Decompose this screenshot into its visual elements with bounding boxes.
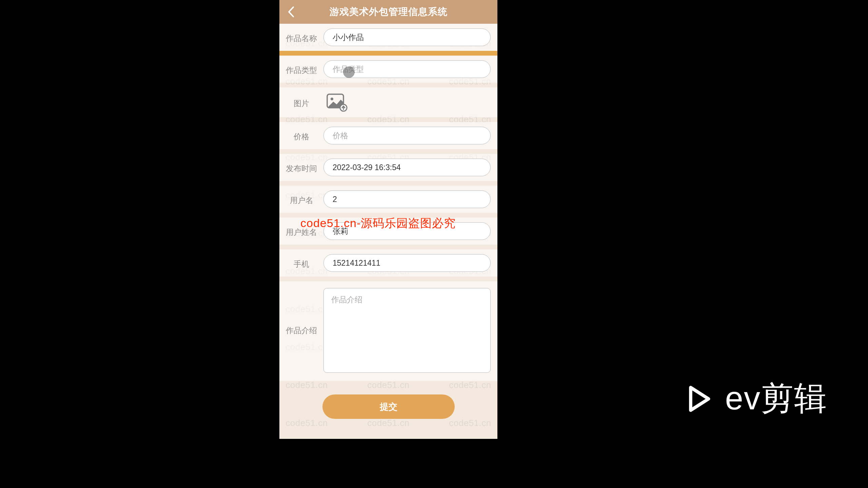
chevron-left-icon	[287, 6, 295, 18]
label-price: 价格	[279, 129, 323, 142]
textarea-intro[interactable]	[323, 288, 491, 373]
form: 作品名称 作品类型 图片	[279, 24, 497, 381]
label-phone: 手机	[279, 257, 323, 269]
row-type: 作品类型	[279, 56, 497, 83]
label-name: 作品名称	[279, 31, 323, 44]
app-header: 游戏美术外包管理信息系统	[279, 0, 497, 24]
submit-wrap: 提交	[279, 386, 497, 432]
label-realname: 用户姓名	[279, 225, 323, 238]
row-realname: 用户姓名	[279, 218, 497, 245]
row-phone: 手机	[279, 249, 497, 277]
svg-point-1	[331, 98, 333, 100]
row-name: 作品名称	[279, 24, 497, 51]
input-publish-time[interactable]	[323, 159, 491, 176]
input-realname[interactable]	[323, 222, 491, 240]
back-button[interactable]	[284, 5, 298, 19]
row-intro: 作品介绍	[279, 281, 497, 381]
ev-logo: ev剪辑	[683, 377, 827, 421]
input-type[interactable]	[323, 60, 491, 78]
input-username[interactable]	[323, 190, 491, 208]
label-publish-time: 发布时间	[279, 161, 323, 174]
page-title: 游戏美术外包管理信息系统	[330, 5, 448, 18]
ev-logo-text: ev剪辑	[725, 377, 827, 421]
row-publish-time: 发布时间	[279, 154, 497, 181]
label-username: 用户名	[279, 193, 323, 206]
label-image: 图片	[279, 96, 323, 109]
upload-image-button[interactable]	[325, 92, 349, 113]
row-image: 图片	[279, 87, 497, 117]
label-type: 作品类型	[279, 63, 323, 76]
submit-button[interactable]: 提交	[322, 394, 455, 419]
play-icon	[683, 383, 715, 415]
stage: code51.cncode51.cncode51.cncode51.cncode…	[0, 0, 868, 488]
phone-frame: code51.cncode51.cncode51.cncode51.cncode…	[279, 0, 497, 439]
row-username: 用户名	[279, 186, 497, 213]
row-price: 价格	[279, 122, 497, 149]
label-intro: 作品介绍	[279, 288, 323, 336]
input-price[interactable]	[323, 127, 491, 144]
input-name[interactable]	[323, 28, 491, 46]
image-upload-icon	[326, 93, 348, 112]
input-phone[interactable]	[323, 254, 491, 272]
